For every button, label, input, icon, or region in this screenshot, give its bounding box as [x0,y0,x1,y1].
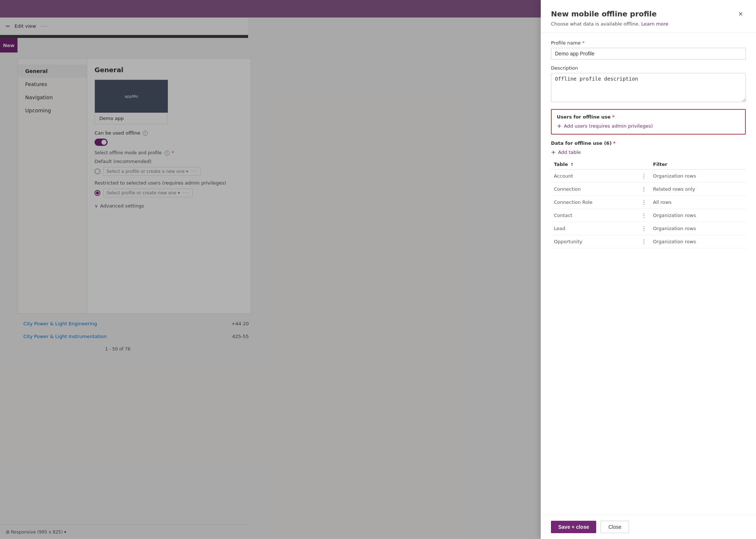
table-cell-dots[interactable]: ⋮ [638,222,650,235]
add-users-link[interactable]: + Add users (requires admin privileges) [557,123,740,129]
users-section-header: Users for offline use * [557,114,740,120]
subtitle-text: Choose what data is available offline. [551,21,640,27]
save-close-button[interactable]: Save + close [551,521,596,533]
table-cell-dots[interactable]: ⋮ [638,235,650,248]
add-table-link[interactable]: + Add table [551,149,746,156]
description-input[interactable]: Offline profile description [551,73,746,102]
table-cell-name: Account [551,170,638,183]
table-row: Opportunity ⋮ Organization rows [551,235,746,248]
data-table: Table ↑ Filter Account ⋮ Organization ro… [551,159,746,248]
table-cell-dots[interactable]: ⋮ [638,183,650,196]
table-cell-name: Contact [551,209,638,222]
sort-arrow-icon: ↑ [570,162,574,167]
table-row: Connection ⋮ Related rows only [551,183,746,196]
add-users-label: Add users (requires admin privileges) [564,123,653,129]
data-section-label: Data for offline use (6) [551,140,612,146]
description-label: Description [551,65,746,71]
side-panel-form: Profile name * Description Offline profi… [541,33,756,515]
side-panel-footer: Save + close Close [541,515,756,539]
table-row: Lead ⋮ Organization rows [551,222,746,235]
table-cell-filter: Related rows only [650,183,746,196]
add-users-icon: + [557,123,562,129]
side-panel: New mobile offline profile ✕ Choose what… [541,0,756,539]
table-cell-dots[interactable]: ⋮ [638,170,650,183]
users-required: * [612,114,615,120]
table-cell-filter: Organization rows [650,170,746,183]
table-cell-dots[interactable]: ⋮ [638,196,650,209]
table-col-label: Table [554,162,568,167]
data-section: Data for offline use (6) * + Add table T… [551,140,746,248]
data-required: * [613,140,616,146]
table-row: Account ⋮ Organization rows [551,170,746,183]
side-panel-subtitle: Choose what data is available offline. L… [551,21,746,27]
table-row: Contact ⋮ Organization rows [551,209,746,222]
table-cell-filter: All rows [650,196,746,209]
close-button[interactable]: Close [601,521,629,533]
table-actions-col [638,159,650,170]
side-panel-title: New mobile offline profile [551,9,657,18]
table-cell-filter: Organization rows [650,235,746,248]
side-panel-title-row: New mobile offline profile ✕ [551,9,746,19]
close-icon[interactable]: ✕ [736,9,746,19]
description-field: Description Offline profile description [551,65,746,103]
table-col-header[interactable]: Table ↑ [551,159,638,170]
profile-name-input[interactable] [551,48,746,59]
table-cell-name: Connection [551,183,638,196]
table-cell-name: Lead [551,222,638,235]
data-section-header: Data for offline use (6) * [551,140,746,146]
profile-name-required: * [582,40,585,46]
profile-name-label-text: Profile name [551,40,580,46]
profile-name-field: Profile name * [551,40,746,59]
side-panel-header: New mobile offline profile ✕ Choose what… [541,0,756,33]
learn-more-link[interactable]: Learn more [641,21,668,27]
table-cell-dots[interactable]: ⋮ [638,209,650,222]
add-table-label: Add table [558,150,580,155]
table-cell-name: Connection Role [551,196,638,209]
users-section: Users for offline use * + Add users (req… [551,109,746,135]
table-cell-filter: Organization rows [650,222,746,235]
add-table-icon: + [551,149,556,156]
profile-name-label: Profile name * [551,40,746,46]
table-cell-filter: Organization rows [650,209,746,222]
table-row: Connection Role ⋮ All rows [551,196,746,209]
users-label: Users for offline use [557,114,611,120]
filter-col-header: Filter [650,159,746,170]
description-label-text: Description [551,65,578,71]
table-cell-name: Opportunity [551,235,638,248]
